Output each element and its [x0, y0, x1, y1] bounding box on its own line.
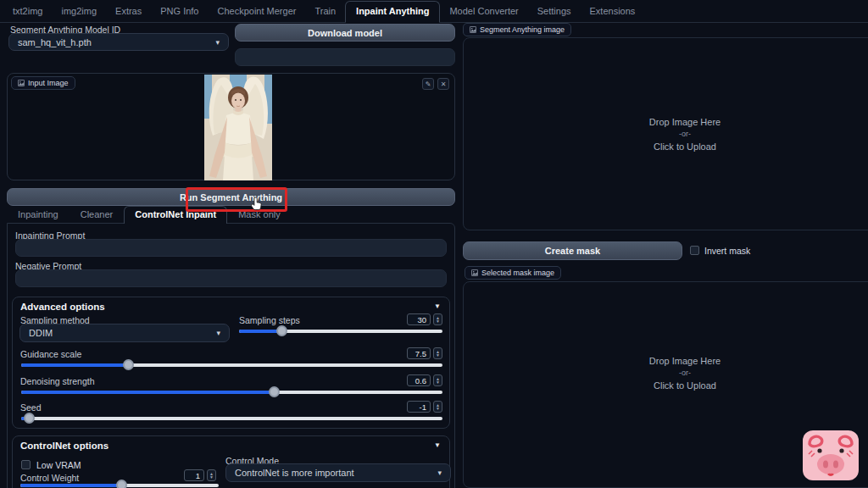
control-weight-slider-handle[interactable]	[116, 480, 127, 488]
sampling-method-value: DDIM	[29, 328, 53, 338]
clear-image-icon[interactable]: ✕	[437, 78, 449, 90]
guidance-scale-slider-handle[interactable]	[123, 359, 134, 370]
image-icon	[18, 80, 25, 86]
download-model-button[interactable]: Download model	[235, 24, 455, 42]
drop-or-text: -or-	[679, 368, 691, 379]
tab-train[interactable]: Train	[305, 1, 345, 22]
drop-or-text: -or-	[679, 129, 691, 140]
seed-number-input[interactable]: -1	[407, 401, 431, 413]
main-tab-bar: txt2img img2img Extras PNG Info Checkpoi…	[0, 0, 868, 23]
tab-img2img[interactable]: img2img	[52, 1, 106, 22]
create-mask-button[interactable]: Create mask	[463, 241, 682, 260]
low-vram-label: Low VRAM	[36, 460, 81, 470]
tab-model-converter[interactable]: Model Converter	[440, 1, 527, 22]
chevron-down-icon: ▾	[437, 469, 442, 477]
model-id-dropdown[interactable]: sam_hq_vit_h.pth ▾	[8, 33, 229, 51]
tab-txt2img[interactable]: txt2img	[3, 1, 52, 22]
segment-anything-image-dropzone[interactable]: Drop Image Here -or- Click to Upload	[463, 37, 868, 230]
inpaint-anything-subtab-bar: Inpainting Cleaner ControlNet Inpaint Ma…	[7, 208, 455, 223]
denoising-strength-number-input[interactable]: 0.6	[407, 374, 431, 386]
input-image-preview[interactable]	[204, 75, 272, 180]
subtab-inpainting[interactable]: Inpainting	[7, 207, 70, 223]
denoising-strength-slider[interactable]	[21, 391, 442, 394]
tab-settings[interactable]: Settings	[528, 1, 581, 22]
input-image-panel: Input Image ✎ ✕	[7, 73, 455, 180]
guidance-scale-number-input[interactable]: 7.5	[407, 347, 431, 359]
negative-prompt-input[interactable]	[15, 269, 447, 287]
denoising-strength-slider-handle[interactable]	[269, 386, 280, 397]
image-icon	[470, 26, 476, 33]
edit-image-icon[interactable]: ✎	[422, 78, 434, 90]
input-image-badge: Input Image	[11, 76, 75, 90]
tab-extensions[interactable]: Extensions	[581, 1, 645, 22]
sampling-steps-number-input[interactable]: 30	[407, 313, 431, 325]
control-weight-spinner[interactable]: ▲▼	[207, 469, 216, 481]
subtab-mask-only[interactable]: Mask only	[227, 207, 292, 223]
controlnet-options-accordion: ControlNet options ▼ Low VRAM Control We…	[12, 435, 450, 488]
drop-image-here-text: Drop Image Here	[649, 115, 721, 129]
selected-mask-image-badge: Selected mask image	[465, 266, 561, 280]
control-weight-number-input[interactable]: 1	[184, 469, 204, 481]
seed-spinner[interactable]: ▲▼	[433, 401, 442, 413]
image-icon	[471, 269, 478, 276]
sampling-steps-label: Sampling steps	[239, 315, 300, 325]
invert-mask-label: Invert mask	[704, 246, 750, 256]
guidance-scale-spinner[interactable]: ▲▼	[433, 347, 442, 359]
click-to-upload-text: Click to Upload	[654, 140, 716, 153]
seed-label: Seed	[20, 402, 42, 413]
sampling-steps-spinner[interactable]: ▲▼	[433, 313, 442, 325]
invert-mask-checkbox[interactable]	[690, 246, 699, 255]
sampling-method-dropdown[interactable]: DDIM ▾	[19, 324, 230, 342]
chevron-down-icon: ▾	[215, 38, 220, 47]
advanced-options-title[interactable]: Advanced options	[20, 302, 105, 312]
denoising-strength-spinner[interactable]: ▲▼	[433, 374, 442, 386]
collapse-caret-icon[interactable]: ▼	[434, 441, 441, 449]
chevron-down-icon: ▾	[216, 329, 220, 337]
control-mode-dropdown[interactable]: ControlNet is more important ▾	[225, 463, 451, 482]
download-status-textbox[interactable]	[235, 48, 455, 66]
sampling-steps-slider-handle[interactable]	[276, 325, 287, 336]
inpainting-prompt-input[interactable]	[15, 239, 447, 257]
sampling-steps-slider[interactable]	[239, 330, 442, 333]
model-id-value: sam_hq_vit_h.pth	[18, 37, 92, 47]
control-weight-slider[interactable]	[20, 484, 219, 487]
tab-inpaint-anything[interactable]: Inpaint Anything	[345, 1, 440, 23]
tab-png-info[interactable]: PNG Info	[151, 1, 208, 22]
tab-checkpoint-merger[interactable]: Checkpoint Merger	[208, 1, 305, 22]
controlnet-options-title[interactable]: ControlNet options	[20, 441, 108, 451]
segment-anything-image-badge: Segment Anything image	[463, 23, 571, 36]
subtab-cleaner[interactable]: Cleaner	[70, 207, 125, 223]
click-to-upload-text: Click to Upload	[654, 379, 716, 392]
collapse-caret-icon[interactable]: ▼	[434, 302, 441, 310]
pig-logo	[803, 430, 859, 480]
seed-slider-handle[interactable]	[24, 413, 35, 424]
low-vram-checkbox[interactable]	[21, 460, 31, 469]
subtab-controlnet-inpaint[interactable]: ControlNet Inpaint	[124, 206, 227, 224]
tab-extras[interactable]: Extras	[106, 1, 151, 22]
drop-image-here-text: Drop Image Here	[649, 354, 721, 368]
run-segment-anything-button[interactable]: Run Segment Anything	[7, 188, 455, 206]
denoising-strength-label: Denoising strength	[20, 376, 95, 386]
advanced-options-accordion: Advanced options ▼ Sampling method DDIM …	[12, 297, 450, 429]
seed-slider[interactable]	[21, 417, 442, 420]
guidance-scale-slider[interactable]	[21, 363, 442, 367]
guidance-scale-label: Guidance scale	[20, 349, 81, 359]
control-mode-value: ControlNet is more important	[235, 468, 354, 478]
control-weight-label: Control Weight	[20, 473, 79, 483]
